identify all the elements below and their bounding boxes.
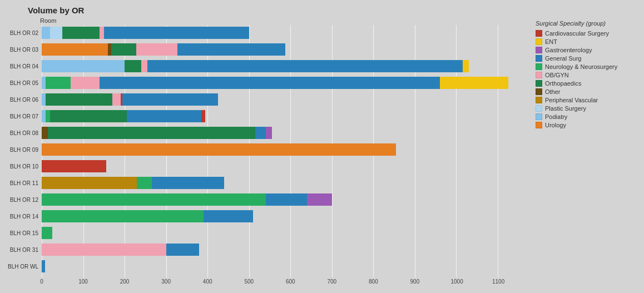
- legend: Surgical Specialty (group) Cardiovascula…: [527, 17, 638, 287]
- legend-label: ENT: [545, 38, 557, 45]
- bar-segment: [152, 177, 224, 189]
- chart-main: Room BLH OR 02BLH OR 03BLH OR 04BLH OR 0…: [6, 17, 527, 287]
- bar-row: BLH OR 06: [6, 92, 527, 107]
- legend-color: [536, 105, 542, 112]
- bar-segment: [42, 27, 50, 39]
- legend-label: Gastroenterology: [545, 47, 592, 53]
- bar-segment: [463, 60, 469, 72]
- x-tick: 600: [285, 279, 296, 285]
- bar-segment: [42, 244, 166, 256]
- bar-segment: [46, 93, 112, 106]
- bar-row: BLH OR 15: [6, 225, 527, 241]
- bar-row: BLH OR WL: [6, 259, 527, 274]
- room-label: BLH OR 02: [6, 30, 42, 36]
- bar-segment: [46, 77, 71, 89]
- legend-label: Urology: [545, 122, 566, 128]
- bar-segments: [42, 43, 285, 56]
- room-label: BLH OR WL: [6, 264, 42, 270]
- legend-color: [536, 63, 542, 70]
- room-label-header: Room: [40, 17, 527, 24]
- bar-segment: [42, 143, 396, 156]
- legend-color: [536, 97, 542, 103]
- bar-segments: [42, 193, 332, 206]
- bar-segment: [42, 93, 46, 106]
- bar-segment: [42, 227, 52, 239]
- room-label: BLH OR 10: [6, 163, 42, 170]
- bar-segment: [42, 210, 204, 222]
- bar-row: BLH OR 14: [6, 208, 527, 224]
- bar-segments: [42, 227, 52, 239]
- bar-segment: [100, 27, 103, 39]
- bar-segment: [147, 60, 463, 72]
- room-label: BLH OR 04: [6, 63, 42, 69]
- legend-item: OB/GYN: [536, 72, 638, 78]
- legend-item: Neurology & Neurosurgery: [536, 63, 638, 70]
- x-tick: 100: [78, 279, 89, 285]
- bar-segment: [50, 27, 62, 39]
- room-label: BLH OR 07: [6, 113, 42, 120]
- bar-segments: [42, 177, 224, 189]
- bar-row: BLH OR 08: [6, 125, 527, 141]
- bar-segment: [42, 43, 108, 56]
- bar-row: BLH OR 12: [6, 192, 527, 207]
- bar-segments: [42, 244, 199, 256]
- bar-segment: [42, 260, 45, 272]
- legend-label: Neurology & Neurosurgery: [545, 63, 617, 70]
- room-label: BLH OR 14: [6, 213, 42, 220]
- bar-segment: [204, 210, 253, 222]
- x-axis: 010020030040050060070080090010001100: [42, 279, 498, 287]
- bar-segments: [42, 77, 508, 89]
- room-label: BLH OR 15: [6, 230, 42, 236]
- x-tick: 500: [244, 279, 255, 285]
- bar-segment: [255, 127, 266, 139]
- legend-color: [536, 122, 542, 128]
- bar-segment: [42, 193, 266, 206]
- legend-item: Orthopaedics: [536, 80, 638, 87]
- bar-segment: [100, 77, 439, 89]
- legend-items: Cardiovascular SurgeryENTGastroenterolog…: [536, 30, 638, 128]
- legend-label: Other: [545, 88, 561, 95]
- room-label: BLH OR 09: [6, 147, 42, 153]
- room-label: BLH OR 06: [6, 97, 42, 103]
- room-label: BLH OR 12: [6, 197, 42, 203]
- bar-segments: [42, 260, 45, 272]
- bar-segments: [42, 127, 272, 139]
- legend-color: [536, 80, 542, 87]
- legend-label: Peripheral Vascular: [545, 97, 598, 103]
- bar-segment: [104, 27, 249, 39]
- bar-segment: [111, 43, 136, 56]
- bar-segment: [42, 127, 48, 139]
- x-tick: 700: [326, 279, 338, 285]
- bar-segment: [201, 110, 205, 122]
- room-label: BLH OR 31: [6, 247, 42, 253]
- bar-segment: [440, 77, 508, 89]
- bar-segment: [141, 60, 147, 72]
- x-tick: 0: [36, 279, 47, 285]
- legend-label: General Surg: [545, 55, 581, 62]
- x-tick: 800: [368, 279, 379, 285]
- bar-row: BLH OR 04: [6, 58, 527, 74]
- bar-row: BLH OR 07: [6, 108, 527, 124]
- legend-label: Orthopaedics: [545, 80, 581, 87]
- room-label: BLH OR 03: [6, 47, 42, 53]
- legend-title: Surgical Specialty (group): [536, 20, 638, 27]
- bar-segments: [42, 160, 106, 172]
- x-tick: 1000: [450, 279, 462, 285]
- bar-segments: [42, 93, 218, 106]
- bar-segment: [42, 160, 106, 172]
- chart-body: Room BLH OR 02BLH OR 03BLH OR 04BLH OR 0…: [6, 17, 638, 287]
- bar-segment: [50, 110, 127, 122]
- room-label: BLH OR 11: [6, 180, 42, 186]
- bar-segment: [42, 177, 137, 189]
- legend-item: Podiatry: [536, 113, 638, 120]
- bar-row: BLH OR 10: [6, 158, 527, 174]
- bar-segments: [42, 143, 396, 156]
- bar-row: BLH OR 03: [6, 42, 527, 57]
- bar-segments: [42, 60, 469, 72]
- legend-label: OB/GYN: [545, 72, 569, 78]
- legend-color: [536, 55, 542, 62]
- bar-segment: [177, 43, 285, 56]
- legend-label: Podiatry: [545, 113, 567, 120]
- legend-item: Plastic Surgery: [536, 105, 638, 112]
- bar-segment: [127, 110, 201, 122]
